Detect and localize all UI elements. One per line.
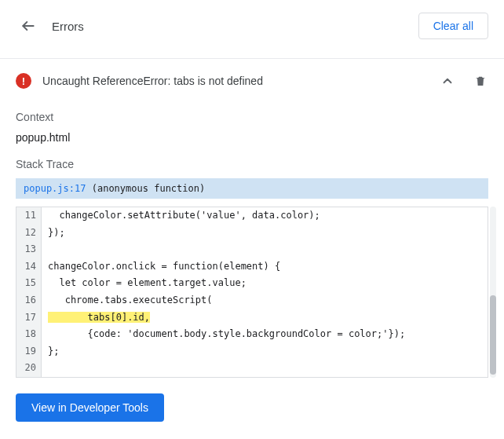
error-row[interactable]: ! Uncaught ReferenceError: tabs is not d… bbox=[16, 59, 488, 97]
stack-trace-heading: Stack Trace bbox=[16, 158, 488, 170]
line-number: 18 bbox=[16, 326, 42, 343]
error-icon-glyph: ! bbox=[22, 76, 25, 86]
error-title: Uncaught ReferenceError: tabs is not def… bbox=[42, 75, 438, 87]
code-text: {code: 'document.body.style.backgroundCo… bbox=[42, 326, 405, 343]
scrollbar-thumb[interactable] bbox=[490, 295, 496, 374]
page-title: Errors bbox=[52, 20, 418, 33]
context-heading: Context bbox=[16, 111, 488, 123]
line-number: 15 bbox=[16, 275, 42, 292]
code-text: changeColor.setAttribute('value', data.c… bbox=[42, 207, 320, 225]
line-number: 20 bbox=[16, 360, 42, 377]
line-number: 14 bbox=[16, 258, 42, 276]
trash-icon[interactable] bbox=[473, 73, 488, 89]
line-number: 19 bbox=[16, 343, 42, 360]
code-line: 18 {code: 'document.body.style.backgroun… bbox=[16, 326, 488, 343]
stack-frame-location: popup.js:17 bbox=[24, 183, 86, 194]
code-line: 19}; bbox=[16, 343, 488, 360]
context-value: popup.html bbox=[16, 131, 488, 144]
code-line: 11 changeColor.setAttribute('value', dat… bbox=[16, 207, 488, 225]
back-arrow-icon[interactable] bbox=[19, 16, 38, 35]
code-line: 20 bbox=[16, 360, 488, 377]
code-text: let color = element.target.value; bbox=[42, 275, 247, 292]
error-icon: ! bbox=[16, 73, 31, 89]
code-text: }); bbox=[42, 225, 65, 242]
code-line: 13 bbox=[16, 241, 488, 258]
code-viewer: 11 changeColor.setAttribute('value', dat… bbox=[16, 207, 488, 378]
code-line: 12}); bbox=[16, 225, 488, 242]
code-line: 15 let color = element.target.value; bbox=[16, 275, 488, 292]
line-number: 16 bbox=[16, 292, 42, 309]
code-line: 17 tabs[0].id, bbox=[16, 309, 488, 327]
line-number: 13 bbox=[16, 241, 42, 258]
stack-frame[interactable]: popup.js:17 (anonymous function) bbox=[16, 178, 488, 199]
clear-all-button[interactable]: Clear all bbox=[418, 13, 488, 39]
scrollbar-track[interactable] bbox=[490, 207, 496, 378]
stack-frame-fn-label: (anonymous function) bbox=[92, 183, 206, 194]
code-line: 14changeColor.onclick = function(element… bbox=[16, 258, 488, 276]
code-line: 16 chrome.tabs.executeScript( bbox=[16, 292, 488, 309]
code-text: chrome.tabs.executeScript( bbox=[42, 292, 213, 309]
code-text bbox=[42, 241, 48, 258]
page-header: Errors Clear all bbox=[16, 9, 488, 49]
code-text: changeColor.onclick = function(element) … bbox=[42, 258, 280, 276]
line-number: 11 bbox=[16, 207, 42, 225]
line-number: 17 bbox=[16, 309, 42, 327]
view-in-devtools-button[interactable]: View in Developer Tools bbox=[16, 393, 164, 422]
code-text: }; bbox=[42, 343, 59, 360]
code-text: tabs[0].id, bbox=[42, 309, 150, 327]
line-number: 12 bbox=[16, 225, 42, 242]
code-text bbox=[42, 360, 48, 377]
chevron-up-icon[interactable] bbox=[438, 71, 457, 90]
